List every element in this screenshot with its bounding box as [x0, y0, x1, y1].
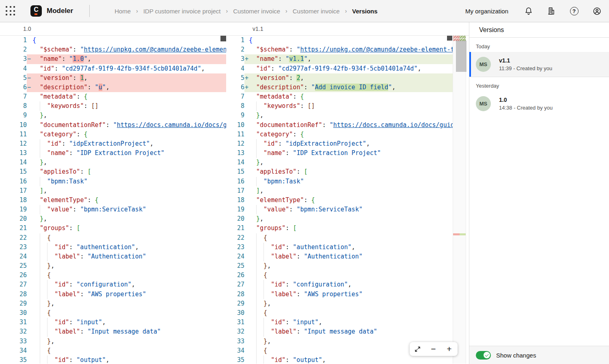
code-line[interactable]: 25 }, — [235, 261, 453, 271]
breadcrumb-item[interactable]: IDP customer invoice project — [143, 8, 221, 15]
code-line[interactable]: 18 "elementType": { — [235, 196, 453, 205]
code-text: "name": "1.0", — [32, 54, 91, 64]
code-line[interactable]: 10 "documentationRef": "https://docs.cam… — [235, 121, 453, 130]
code-line[interactable]: 32 "label": "Input message data" — [235, 327, 453, 336]
code-line[interactable]: 11 "category": { — [0, 130, 226, 139]
code-text: "keywords": [] — [249, 101, 315, 111]
code-line[interactable]: 29 }, — [0, 299, 226, 308]
code-line[interactable]: 22 { — [0, 233, 226, 243]
code-line[interactable]: 4 "id": "cd2977af-91f9-42fb-934f-5cb0140… — [0, 64, 226, 73]
code-line[interactable]: 9 }, — [0, 111, 226, 120]
zoom-out-button[interactable]: − — [425, 342, 441, 356]
logo-letter: C — [34, 5, 39, 14]
breadcrumb-item[interactable]: Home — [114, 8, 131, 15]
help-button[interactable]: ? — [568, 4, 581, 17]
code-text: "id": "authentication", — [249, 243, 355, 252]
code-line[interactable]: 14 }, — [0, 158, 226, 167]
code-line[interactable]: 34 { — [0, 346, 226, 355]
code-line[interactable]: 32 "label": "Input message data" — [0, 327, 226, 336]
code-line[interactable]: 27 "id": "configuration", — [0, 280, 226, 289]
code-line[interactable]: 15 "appliesTo": [ — [0, 167, 226, 177]
code-line[interactable]: 7 "metadata": { — [235, 92, 453, 101]
code-line[interactable]: 9 }, — [235, 111, 453, 120]
code-line[interactable]: 11 "category": { — [235, 130, 453, 139]
code-line[interactable]: 26 { — [235, 271, 453, 280]
code-line[interactable]: 22 { — [235, 233, 453, 243]
code-line[interactable]: 33 }, — [0, 337, 226, 346]
code-line[interactable]: 1{ — [0, 36, 226, 45]
version-item[interactable]: MSv1.111:39 - Created by you — [469, 52, 609, 77]
code-line[interactable]: 19 "value": "bpmn:ServiceTask" — [235, 205, 453, 214]
overview-ruler[interactable] — [453, 36, 466, 364]
code-line[interactable]: 27 "id": "configuration", — [235, 280, 453, 289]
line-number: 7 — [0, 92, 27, 101]
organization-label[interactable]: My organization — [465, 8, 508, 15]
version-item[interactable]: MS1.014:38 - Created by you — [469, 91, 609, 116]
code-line[interactable]: 28 "label": "AWS properties" — [0, 290, 226, 299]
code-line[interactable]: 1{ — [235, 36, 453, 45]
code-text: "keywords": [] — [32, 101, 99, 111]
code-line[interactable]: 2 "$schema": "https://unpkg.com/@camunda… — [0, 45, 226, 54]
code-line[interactable]: 5+ "version": 2, — [235, 73, 453, 83]
code-line[interactable]: 23 "id": "authentication", — [235, 243, 453, 252]
code-line[interactable]: 23 "id": "authentication", — [0, 243, 226, 252]
code-line[interactable]: 12 "id": "idpExtractionProject", — [0, 139, 226, 149]
code-line[interactable]: 7 "metadata": { — [0, 92, 226, 101]
code-line[interactable]: 25 }, — [0, 261, 226, 271]
code-line[interactable]: 13 "name": "IDP Extraction Project" — [0, 149, 226, 158]
breadcrumb-item[interactable]: Customer invoice — [233, 8, 280, 15]
line-number: 30 — [235, 308, 244, 318]
code-line[interactable]: 20 }, — [235, 214, 453, 224]
code-line[interactable]: 19 "value": "bpmn:ServiceTask" — [0, 205, 226, 214]
code-line[interactable]: 26 { — [0, 271, 226, 280]
scrollbar-thumb[interactable] — [447, 36, 452, 41]
diff-marker: − — [27, 73, 32, 83]
code-line[interactable]: 6− "description": "u", — [0, 83, 226, 92]
code-line[interactable]: 12 "id": "idpExtractionProject", — [235, 139, 453, 149]
organization-switch-button[interactable] — [545, 4, 558, 17]
code-line[interactable]: 31 "id": "input", — [0, 318, 226, 327]
code-line[interactable]: 4 "id": "cd2977af-91f9-42fb-934f-5cb0140… — [235, 64, 453, 73]
code-line[interactable]: 3+ "name": "v1.1", — [235, 54, 453, 64]
code-line[interactable]: 17 ], — [0, 186, 226, 196]
code-text: "bpmn:Task" — [249, 177, 304, 186]
code-line[interactable]: 30 { — [0, 308, 226, 318]
code-line[interactable]: 21 "groups": [ — [235, 224, 453, 233]
scrollbar-thumb[interactable] — [456, 41, 466, 72]
code-line[interactable]: 17 ], — [235, 186, 453, 196]
code-line[interactable]: 24 "label": "Authentication" — [0, 252, 226, 261]
code-line[interactable]: 35 "id": "output", — [235, 355, 453, 364]
fit-view-button[interactable] — [410, 342, 425, 356]
show-changes-toggle[interactable] — [476, 351, 491, 360]
code-line[interactable]: 18 "elementType": { — [0, 196, 226, 205]
code-line[interactable]: 31 "id": "input", — [235, 318, 453, 327]
code-line[interactable]: 30 { — [235, 308, 453, 318]
scrollbar-thumb[interactable] — [220, 36, 226, 41]
code-line[interactable]: 16 "bpmn:Task" — [0, 177, 226, 186]
code-line[interactable]: 21 "groups": [ — [0, 224, 226, 233]
code-line[interactable]: 8 "keywords": [] — [235, 101, 453, 111]
code-line[interactable]: 16 "bpmn:Task" — [235, 177, 453, 186]
code-line[interactable]: 20 }, — [0, 214, 226, 224]
app-switcher-icon[interactable] — [5, 6, 16, 16]
code-line[interactable]: 15 "appliesTo": [ — [235, 167, 453, 177]
brand[interactable]: C Modeler — [30, 5, 73, 17]
code-line[interactable]: 3− "name": "1.0", — [0, 54, 226, 64]
code-line[interactable]: 13 "name": "IDP Extraction Project" — [235, 149, 453, 158]
profile-button[interactable] — [590, 4, 603, 17]
code-line[interactable]: 28 "label": "AWS properties" — [235, 290, 453, 299]
diff-marker — [27, 290, 32, 299]
code-line[interactable]: 6+ "description": "Add invoice ID field"… — [235, 83, 453, 92]
code-line[interactable]: 5− "version": 1, — [0, 73, 226, 83]
zoom-in-button[interactable]: + — [441, 342, 457, 356]
code-line[interactable]: 8 "keywords": [] — [0, 101, 226, 111]
code-line[interactable]: 24 "label": "Authentication" — [235, 252, 453, 261]
code-line[interactable]: 10 "documentationRef": "https://docs.cam… — [0, 121, 226, 130]
breadcrumb-item[interactable]: Customer invoice — [293, 8, 340, 15]
code-line[interactable]: 35 "id": "output", — [0, 355, 226, 364]
code-line[interactable]: 14 }, — [235, 158, 453, 167]
line-number: 4 — [0, 64, 27, 73]
code-line[interactable]: 2 "$schema": "https://unpkg.com/@camunda… — [235, 45, 453, 54]
notifications-button[interactable] — [522, 4, 535, 17]
code-line[interactable]: 29 }, — [235, 299, 453, 308]
